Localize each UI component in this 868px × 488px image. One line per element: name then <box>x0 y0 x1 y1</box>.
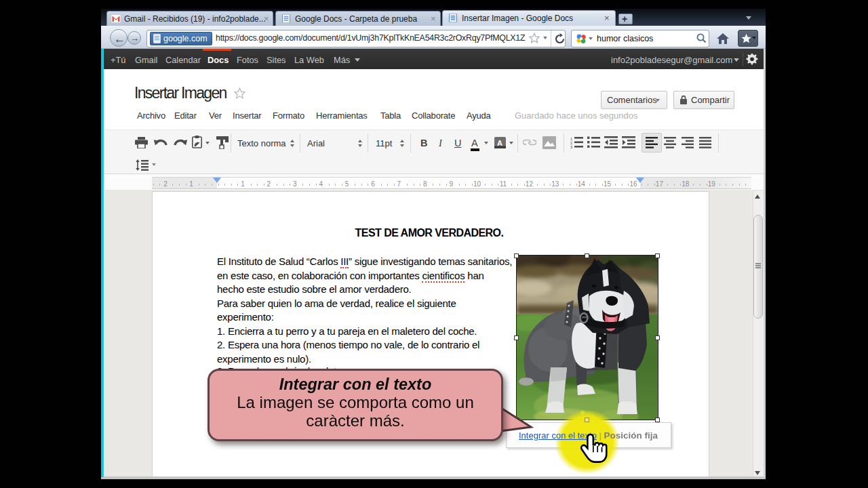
svg-text:A: A <box>497 139 502 147</box>
svg-text:3: 3 <box>570 145 572 148</box>
